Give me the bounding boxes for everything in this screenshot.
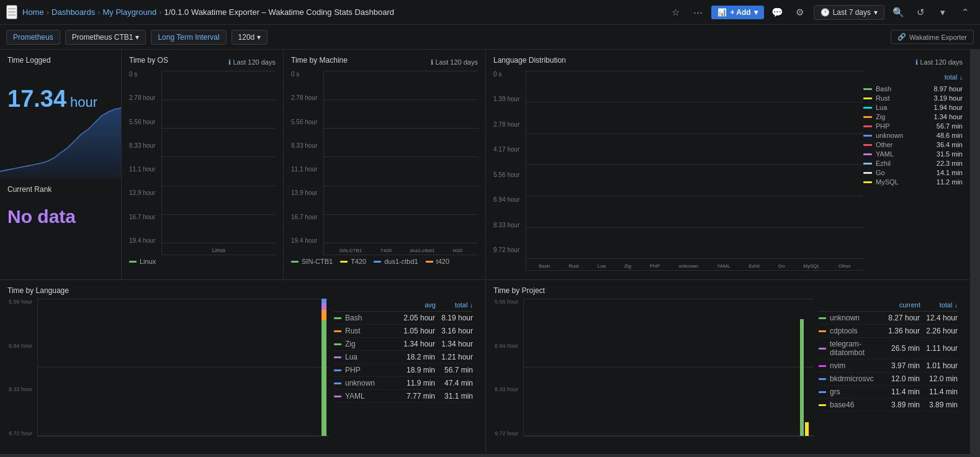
lang-dist-chart-area: 9.72 hour 8.33 hour 6.94 hour 5.56 hour … [493, 71, 863, 271]
lang-row-zig: Zig 1.34 hour 1.34 hour [334, 338, 473, 351]
top-navigation: ☰ Home › Dashboards › My Playground › 1/… [0, 0, 980, 25]
time-by-language-panel: Time by Language 9.72 hour 8.33 hour 6.9… [0, 280, 485, 454]
current-rank-title: Current Rank [7, 185, 114, 194]
legend-zig: Zig 1.34 hour [863, 113, 963, 120]
legend-yaml: YAML 31.5 min [863, 150, 963, 158]
settings-icon[interactable]: ⚙ [791, 4, 809, 21]
hamburger-menu[interactable]: ☰ [6, 5, 17, 19]
prometheus-button[interactable]: Prometheus [6, 30, 60, 45]
time-by-machine-bars: SIN-CTB1 T420 dus1-ctbd1 t420 [323, 71, 478, 255]
time-by-language-chart: 9.72 hour 8.33 hour 6.94 hour 5.56 hour [7, 299, 329, 446]
legend-bash: Bash 8.97 hour [863, 85, 963, 93]
proj-row-bkdrmicrosvc: bkdrmicrosvc 12.0 min 12.0 min [819, 373, 958, 386]
long-term-interval-button[interactable]: Long Term Interval [151, 30, 226, 45]
dashboard-toolbar: Prometheus Prometheus CTB1 ▾ Long Term I… [0, 25, 980, 50]
collapse-icon[interactable]: ⌃ [956, 4, 974, 21]
lang-row-lua: Lua 18.2 min 1.21 hour [334, 351, 473, 364]
interval-value-dropdown[interactable]: 120d ▾ [232, 30, 268, 45]
time-by-machine-y-labels: 19.4 hour 16.7 hour 13.9 hour 11.1 hour … [291, 71, 323, 255]
time-by-project-panel: Time by Project 9.72 hour 8.33 hour 6.94… [486, 280, 970, 454]
lang-row-unknown: unknown 11.9 min 47.4 min [334, 377, 473, 390]
lang-row-php: PHP 18.9 min 56.7 min [334, 364, 473, 377]
wakatime-exporter-button[interactable]: 🔗 Wakatime Exporter [891, 30, 974, 44]
comments-icon[interactable]: 💬 [769, 4, 786, 21]
breadcrumb-dashboards[interactable]: Dashboards [52, 7, 95, 17]
time-by-machine-panel: Time by Machine ℹ Last 120 days 19.4 hou… [284, 50, 485, 279]
refresh-icon[interactable]: ↺ [912, 4, 929, 21]
proj-row-grs: grs 11.4 min 11.4 min [819, 386, 958, 399]
chevron-icon[interactable]: ▾ [934, 4, 951, 21]
no-data-label: No data [7, 206, 114, 227]
time-by-os-chart: 19.4 hour 16.7 hour 13.9 hour 11.1 hour … [129, 71, 276, 255]
time-by-project-chart: 9.72 hour 8.33 hour 6.94 hour 5.56 hour [493, 299, 814, 446]
breadcrumb: Home › Dashboards › My Playground › 1/0.… [22, 7, 394, 17]
time-by-machine-header: Time by Machine ℹ Last 120 days [291, 56, 478, 68]
toolbar-right: 🔗 Wakatime Exporter [891, 30, 974, 44]
legend-ezhil: Ezhil 22.3 min [863, 160, 963, 167]
lang-row-yaml: YAML 7.77 min 31.1 min [334, 390, 473, 403]
breadcrumb-current: 1/0.1.0 Wakatime Exporter – Wakatime Cod… [164, 7, 394, 17]
time-by-language-title: Time by Language [7, 286, 478, 295]
proj-row-nvim: nvim 3.97 min 1.01 hour [819, 360, 958, 373]
star-icon[interactable]: ☆ [667, 4, 684, 21]
lang-row-rust: Rust 1.05 hour 3.16 hour [334, 325, 473, 338]
lang-dist-content: 9.72 hour 8.33 hour 6.94 hour 5.56 hour … [493, 71, 963, 271]
breadcrumb-playground[interactable]: My Playground [102, 7, 156, 17]
legend-rust: Rust 3.19 hour [863, 94, 963, 102]
legend-mysql: MySQL 11.2 min [863, 178, 963, 186]
language-distribution-panel: Language Distribution ℹ Last 120 days 9.… [486, 50, 970, 279]
add-button[interactable]: 📊 + Add ▾ [711, 6, 763, 19]
time-by-os-y-labels: 19.4 hour 16.7 hour 13.9 hour 11.1 hour … [129, 71, 161, 255]
dashboard-grid: Time Logged 17.34 hour Curr [0, 50, 980, 457]
lang-dist-legend: total ↓ Bash 8.97 hour Rust 3.19 hour Lu… [863, 71, 963, 271]
time-by-project-content: 9.72 hour 8.33 hour 6.94 hour 5.56 hour [493, 299, 963, 446]
current-rank-panel: Current Rank No data [0, 179, 121, 279]
time-by-os-legend: Linux [129, 258, 276, 265]
legend-lua: Lua 1.94 hour [863, 104, 963, 111]
time-by-project-title: Time by Project [493, 286, 963, 295]
time-by-machine-legend: SIN-CTB1 T420 dus1-ctbd1 t420 [291, 258, 478, 265]
legend-other: Other 36.4 min [863, 141, 963, 148]
time-by-os-bars: Linux [161, 71, 276, 255]
time-by-language-table: avg total ↓ Bash 2.05 hour 8.19 hour Rus… [329, 299, 478, 446]
time-logged-title: Time Logged [7, 56, 114, 65]
time-range-button[interactable]: 🕐 Last 7 days ▾ [814, 5, 884, 20]
time-by-machine-chart: 19.4 hour 16.7 hour 13.9 hour 11.1 hour … [291, 71, 478, 255]
col1-panels: Time Logged 17.34 hour Curr [0, 50, 121, 279]
prometheus-ctb1-dropdown[interactable]: Prometheus CTB1 ▾ [65, 30, 146, 45]
legend-unknown: unknown 48.6 min [863, 132, 963, 139]
time-logged-panel: Time Logged 17.34 hour [0, 50, 121, 178]
proj-row-base46: base46 3.89 min 3.89 min [819, 399, 958, 412]
time-by-language-content: 9.72 hour 8.33 hour 6.94 hour 5.56 hour [7, 299, 478, 446]
proj-row-telegram: telegram-ditatombot 26.5 min 1.11 hour [819, 338, 958, 360]
legend-go: Go 14.1 min [863, 169, 963, 176]
legend-php: PHP 56.7 min [863, 122, 963, 130]
lang-dist-header: Language Distribution ℹ Last 120 days [493, 56, 963, 68]
zoom-icon[interactable]: 🔍 [889, 4, 907, 21]
time-by-os-header: Time by OS ℹ Last 120 days [129, 56, 276, 68]
share-icon[interactable]: ⋯ [689, 4, 706, 21]
time-by-project-table: current total ↓ unknown 8.27 hour 12.4 h… [814, 299, 963, 446]
time-by-os-panel: Time by OS ℹ Last 120 days 19.4 hour 16.… [122, 50, 283, 279]
proj-row-unknown: unknown 8.27 hour 12.4 hour [819, 312, 958, 325]
time-logged-sparkline [0, 104, 121, 178]
nav-icons: ☆ ⋯ 📊 + Add ▾ 💬 ⚙ 🕐 Last 7 days ▾ 🔍 ↺ ▾ … [667, 4, 974, 21]
proj-row-cdptools: cdptools 1.36 hour 2.26 hour [819, 325, 958, 338]
lang-row-bash: Bash 2.05 hour 8.19 hour [334, 312, 473, 325]
breadcrumb-home[interactable]: Home [22, 7, 44, 17]
